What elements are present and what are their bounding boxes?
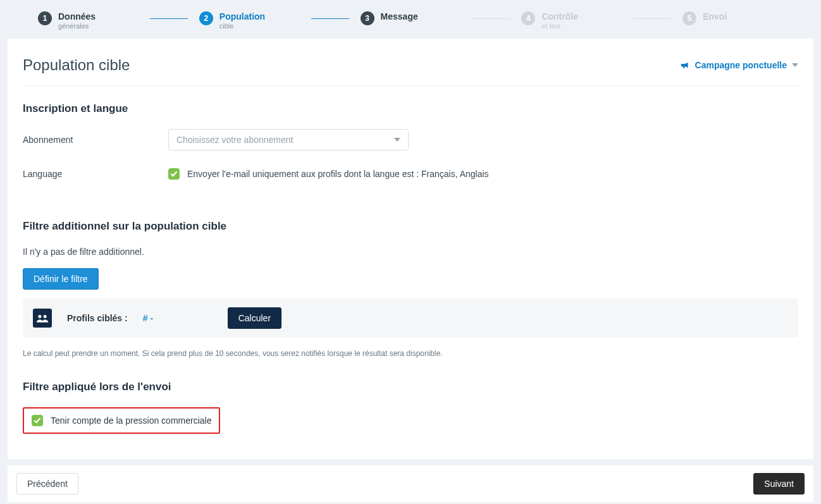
check-icon — [170, 170, 178, 178]
language-checkbox-label: Envoyer l'e-mail uniquement aux profils … — [187, 169, 489, 179]
wizard-step-3[interactable]: 3 Message — [361, 11, 461, 25]
chevron-down-icon — [792, 63, 798, 67]
svg-point-0 — [38, 315, 41, 318]
wizard-step-4[interactable]: 4 Contrôle et test — [521, 11, 622, 30]
language-label: Language — [23, 169, 168, 179]
step-badge: 1 — [38, 11, 52, 25]
svg-point-1 — [44, 315, 47, 318]
step-badge: 2 — [199, 11, 213, 25]
wizard-step-2[interactable]: 2 Population cible — [199, 11, 300, 30]
no-filter-text: Il n'y a pas de filtre additionnel. — [23, 247, 798, 257]
profile-count-label: Profils ciblés : — [67, 313, 128, 323]
commercial-pressure-row: Tenir compte de la pression commerciale — [23, 407, 220, 434]
step-connector — [472, 18, 510, 19]
step-sublabel: cible — [219, 22, 265, 30]
chevron-down-icon — [394, 138, 400, 142]
abonnement-select[interactable]: Choisissez votre abonnement — [168, 129, 409, 151]
footer-nav: Précédent Suivant — [8, 465, 813, 502]
step-label: Contrôle — [541, 11, 578, 22]
step-label: Message — [381, 11, 418, 22]
wizard-step-1[interactable]: 1 Données générales — [38, 11, 139, 30]
wizard-steps: 1 Données générales 2 Population cible 3… — [0, 0, 821, 39]
calculate-button[interactable]: Calculer — [228, 307, 281, 329]
step-connector — [633, 18, 671, 19]
step-badge: 5 — [682, 11, 696, 25]
section-heading-inscription: Inscription et langue — [23, 102, 798, 115]
step-connector — [311, 18, 349, 19]
step-connector — [150, 18, 188, 19]
step-badge: 4 — [521, 11, 535, 25]
campaign-type-label: Campagne ponctuelle — [695, 60, 787, 70]
next-button[interactable]: Suivant — [753, 473, 805, 495]
step-badge: 3 — [361, 11, 374, 25]
megaphone-icon — [680, 60, 690, 70]
define-filter-button[interactable]: Définir le filtre — [23, 268, 99, 290]
section-heading-send-filter: Filtre appliqué lors de l'envoi — [23, 381, 798, 393]
language-checkbox[interactable] — [168, 168, 180, 180]
step-label: Population — [219, 11, 265, 22]
abonnement-label: Abonnement — [23, 135, 168, 145]
campaign-type-dropdown[interactable]: Campagne ponctuelle — [680, 60, 798, 70]
calc-note: Le calcul peut prendre un moment. Si cel… — [23, 349, 798, 358]
step-sublabel: générales — [58, 22, 96, 30]
profile-count-bar: Profils ciblés : # - Calculer — [23, 298, 798, 338]
profile-count-value: # - — [143, 313, 213, 323]
abonnement-placeholder: Choisissez votre abonnement — [176, 135, 293, 145]
main-card: Population cible Campagne ponctuelle Ins… — [8, 39, 813, 459]
section-heading-filter: Filtre additionnel sur la population cib… — [23, 220, 798, 233]
previous-button[interactable]: Précédent — [16, 473, 78, 495]
users-icon — [33, 309, 52, 328]
step-sublabel: et test — [541, 22, 578, 30]
step-label: Envoi — [703, 11, 727, 22]
commercial-pressure-checkbox[interactable] — [32, 415, 43, 426]
commercial-pressure-label: Tenir compte de la pression commerciale — [51, 415, 211, 426]
check-icon — [34, 417, 41, 424]
page-title: Population cible — [23, 56, 130, 74]
wizard-step-5[interactable]: 5 Envoi — [682, 11, 783, 25]
step-label: Données — [58, 11, 96, 22]
